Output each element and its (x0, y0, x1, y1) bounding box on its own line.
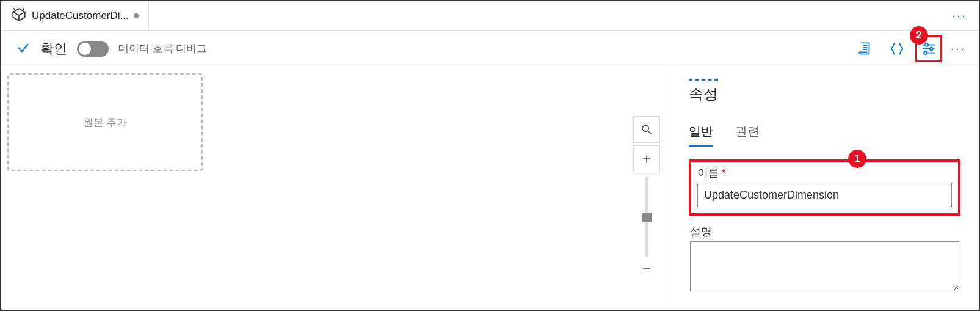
dataflow-tab[interactable]: UpdateCustomerDi... (6, 2, 149, 30)
panel-tabs: 일반 관련 (689, 123, 960, 147)
tab-title: UpdateCustomerDi... (32, 10, 129, 22)
zoom-thumb[interactable] (642, 213, 652, 222)
name-input[interactable] (697, 183, 952, 207)
name-label: 이름 (697, 167, 719, 179)
zoom-slider[interactable] (645, 177, 648, 257)
main-area: 원본 추가 속성 (1, 67, 979, 310)
panel-title: 속성 (689, 79, 718, 104)
tab-general[interactable]: 일반 (689, 123, 713, 147)
tab-more-button[interactable]: ··· (945, 8, 974, 24)
unsaved-indicator-icon (134, 13, 139, 18)
zoom-in-button[interactable] (633, 145, 660, 172)
toolbar-more-button[interactable]: ··· (947, 41, 969, 57)
add-source-label: 원본 추가 (83, 115, 128, 130)
debug-toggle[interactable] (77, 41, 109, 57)
canvas[interactable]: 원본 추가 (1, 67, 670, 310)
description-input[interactable] (690, 241, 959, 291)
svg-point-5 (924, 51, 927, 54)
code-button[interactable] (884, 35, 910, 62)
validate-button[interactable]: 확인 (40, 40, 67, 58)
validate-check-icon (16, 40, 31, 57)
description-label: 설명 (690, 224, 959, 239)
name-label-row: 이름* (697, 166, 952, 180)
zoom-control (633, 116, 660, 276)
required-asterisk-icon: * (722, 168, 725, 178)
toolbar-right: 2 ··· (852, 35, 969, 62)
svg-line-7 (648, 131, 652, 134)
svg-point-3 (930, 47, 933, 50)
svg-point-1 (925, 43, 928, 46)
description-field-group: 설명 (689, 224, 960, 294)
callout-badge-1: 1 (848, 150, 866, 168)
search-button[interactable] (633, 116, 660, 143)
svg-point-6 (642, 125, 648, 131)
name-field-group: 1 이름* (689, 159, 960, 216)
debug-label: 데이터 흐름 디버그 (118, 42, 207, 56)
dataflow-icon (11, 7, 27, 25)
callout-badge-2: 2 (910, 26, 928, 45)
zoom-out-button[interactable] (633, 262, 660, 276)
properties-panel: 속성 일반 관련 1 이름* 설명 (670, 67, 979, 310)
settings-button[interactable]: 2 (915, 35, 942, 62)
toolbar: 확인 데이터 흐름 디버그 2 ··· (1, 31, 979, 67)
script-button[interactable] (852, 35, 879, 62)
add-source-button[interactable]: 원본 추가 (7, 73, 203, 171)
tab-related[interactable]: 관련 (735, 123, 760, 147)
toggle-knob-icon (79, 43, 91, 55)
tab-bar: UpdateCustomerDi... ··· (1, 1, 979, 31)
